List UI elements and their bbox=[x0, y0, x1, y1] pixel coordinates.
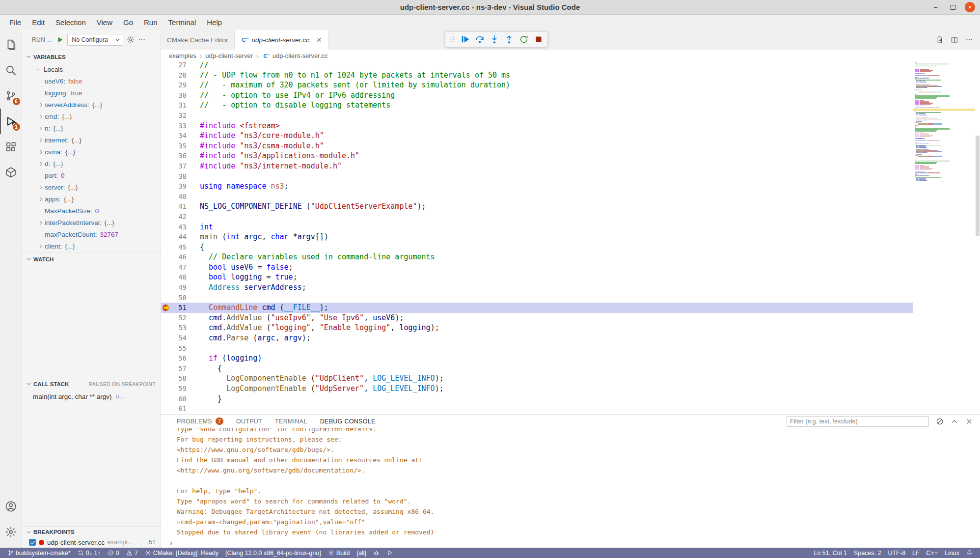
tab-cmake-cache-editor[interactable]: CMake Cache Editor bbox=[161, 30, 235, 50]
variable-row[interactable]: interPacketInterval:{...} bbox=[22, 217, 161, 228]
status-buildsystem-cmake[interactable]: buildsystem-cmake* bbox=[4, 548, 74, 558]
breakpoint-item[interactable]: udp-client-server.cc exampl... 51 bbox=[22, 537, 161, 547]
gutter[interactable] bbox=[161, 141, 172, 151]
status-clang-12-0-0-x86-64-pc-linux-gnu[interactable]: [Clang 12.0.0 x86_64-pc-linux-gnu] bbox=[222, 548, 325, 558]
chevron-right-icon[interactable] bbox=[37, 102, 45, 108]
variable-row[interactable]: MaxPacketSize:0 bbox=[22, 205, 161, 217]
gutter[interactable] bbox=[161, 353, 172, 363]
debug-console-output[interactable]: Type "show configuration" for configurat… bbox=[161, 428, 980, 539]
tab-output[interactable]: OUTPUT bbox=[236, 415, 262, 428]
gutter[interactable] bbox=[161, 282, 172, 293]
variable-row[interactable]: n:{...} bbox=[22, 122, 161, 134]
configure-gear-icon[interactable] bbox=[127, 36, 135, 44]
menu-help[interactable]: Help bbox=[201, 15, 227, 30]
tab-udp-client-server[interactable]: C++ udp-client-server.cc bbox=[235, 30, 329, 50]
gutter[interactable] bbox=[161, 373, 172, 384]
gutter[interactable] bbox=[161, 384, 172, 394]
step-into-button[interactable] bbox=[488, 33, 501, 46]
activity-search[interactable] bbox=[0, 57, 22, 83]
gutter[interactable] bbox=[161, 333, 172, 343]
gutter[interactable] bbox=[161, 262, 172, 273]
split-editor-icon[interactable] bbox=[951, 36, 958, 44]
chevron-right-icon[interactable] bbox=[37, 196, 45, 202]
activity-account[interactable] bbox=[0, 494, 22, 519]
variable-row[interactable]: csma:{...} bbox=[22, 146, 161, 158]
status-0-1[interactable]: 0↓ 1↑ bbox=[74, 548, 104, 558]
breadcrumb-file[interactable]: C++ udp-client-server.cc bbox=[262, 52, 328, 60]
close-panel-icon[interactable] bbox=[965, 418, 973, 425]
gutter[interactable] bbox=[161, 181, 172, 192]
gutter[interactable] bbox=[161, 192, 172, 202]
variable-row[interactable]: useV6:false bbox=[22, 75, 161, 87]
gutter[interactable] bbox=[161, 252, 172, 262]
stack-frame[interactable]: main(int argc, char ** argv) u... bbox=[22, 391, 161, 402]
clear-console-icon[interactable] bbox=[936, 418, 944, 425]
gutter[interactable] bbox=[161, 121, 172, 131]
menu-run[interactable]: Run bbox=[138, 15, 163, 30]
breadcrumb-examples[interactable]: examples bbox=[169, 52, 196, 59]
gutter[interactable] bbox=[161, 62, 172, 70]
chevron-right-icon[interactable] bbox=[37, 137, 45, 143]
gutter[interactable] bbox=[161, 394, 172, 404]
more-actions-icon[interactable] bbox=[138, 36, 146, 44]
gutter[interactable] bbox=[161, 70, 172, 81]
activity-explorer[interactable] bbox=[0, 32, 22, 57]
status-spaces-2[interactable]: Spaces: 2 bbox=[850, 548, 885, 558]
gutter[interactable] bbox=[161, 232, 172, 242]
maximize-panel-icon[interactable] bbox=[951, 418, 958, 425]
variable-row[interactable]: d:{...} bbox=[22, 158, 161, 169]
breakpoints-header[interactable]: BREAKPOINTS bbox=[22, 527, 161, 537]
activity-extensions[interactable] bbox=[0, 134, 22, 160]
menu-selection[interactable]: Selection bbox=[50, 15, 91, 30]
variables-header[interactable]: VARIABLES bbox=[22, 50, 161, 63]
status-c[interactable]: C++ bbox=[923, 548, 941, 558]
menu-go[interactable]: Go bbox=[118, 15, 138, 30]
watch-header[interactable]: WATCH bbox=[22, 252, 161, 266]
chevron-right-icon[interactable] bbox=[37, 243, 45, 250]
gutter[interactable] bbox=[161, 212, 172, 222]
menu-view[interactable]: View bbox=[91, 15, 118, 30]
debug-console-input[interactable]: › bbox=[161, 539, 980, 548]
variable-row[interactable]: logging:true bbox=[22, 87, 161, 99]
status-cmake-debug-ready[interactable]: CMake: [Debug]: Ready bbox=[141, 548, 222, 558]
close-tab-icon[interactable] bbox=[316, 36, 323, 43]
status-all[interactable]: [all] bbox=[353, 548, 369, 558]
gutter[interactable] bbox=[161, 201, 172, 212]
variable-row[interactable]: port:0 bbox=[22, 169, 161, 181]
open-changes-icon[interactable] bbox=[936, 36, 944, 44]
gutter[interactable] bbox=[161, 111, 172, 121]
gutter[interactable] bbox=[161, 151, 172, 161]
step-out-button[interactable] bbox=[503, 33, 516, 46]
code-area[interactable]: 27//28// - UDP flow from n0 to n1 of 102… bbox=[161, 62, 913, 414]
chevron-right-icon[interactable] bbox=[37, 161, 45, 167]
gutter[interactable] bbox=[161, 343, 172, 354]
chevron-right-icon[interactable] bbox=[37, 220, 45, 226]
breadcrumb-folder[interactable]: udp-client-server bbox=[205, 52, 253, 59]
gutter[interactable] bbox=[161, 293, 172, 303]
restart-button[interactable] bbox=[517, 33, 530, 46]
maximize-button[interactable] bbox=[948, 2, 958, 12]
gutter[interactable] bbox=[161, 363, 172, 374]
more-actions-icon[interactable] bbox=[965, 36, 973, 44]
call-stack-header[interactable]: CALL STACK PAUSED ON BREAKPOINT bbox=[22, 377, 161, 391]
chevron-right-icon[interactable] bbox=[37, 113, 45, 120]
status-bell[interactable] bbox=[963, 548, 976, 558]
status-play[interactable] bbox=[383, 548, 396, 558]
gutter[interactable] bbox=[161, 222, 172, 232]
activity-settings-gear[interactable] bbox=[0, 519, 22, 545]
scrollbar-thumb[interactable] bbox=[976, 136, 980, 236]
status-lf[interactable]: LF bbox=[909, 548, 923, 558]
minimap[interactable] bbox=[913, 62, 975, 414]
chevron-right-icon[interactable] bbox=[37, 125, 45, 132]
tab-problems[interactable]: PROBLEMS 7 bbox=[177, 415, 223, 428]
gutter[interactable] bbox=[161, 272, 172, 282]
status-7[interactable]: 7 bbox=[123, 548, 141, 558]
gutter[interactable] bbox=[161, 171, 172, 182]
close-button[interactable]: × bbox=[965, 2, 975, 12]
editor-scrollbar[interactable] bbox=[975, 62, 980, 414]
variable-row[interactable]: server:{...} bbox=[22, 181, 161, 193]
breakpoint-checkbox[interactable] bbox=[29, 539, 36, 546]
activity-source-control[interactable]: 6 bbox=[0, 83, 22, 109]
tab-debug-console[interactable]: DEBUG CONSOLE bbox=[320, 415, 376, 428]
menu-terminal[interactable]: Terminal bbox=[163, 15, 202, 30]
